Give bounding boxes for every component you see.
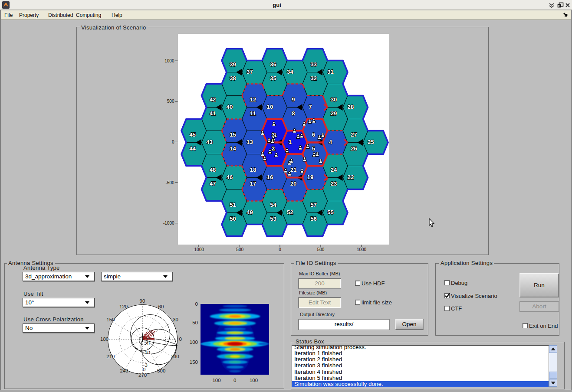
svg-text:17: 17 — [250, 180, 256, 187]
svg-text:6: 6 — [312, 131, 315, 138]
svg-text:-100: -100 — [211, 378, 221, 383]
svg-text:19: 19 — [307, 174, 314, 180]
svg-text:330: 330 — [171, 354, 179, 359]
svg-text:26: 26 — [351, 145, 357, 152]
svg-text:55: 55 — [327, 209, 334, 216]
svg-text:27: 27 — [351, 131, 357, 138]
svg-text:0: 0 — [233, 378, 236, 383]
svg-text:100: 100 — [190, 340, 198, 345]
svg-text:23: 23 — [331, 180, 337, 187]
svg-text:13: 13 — [247, 139, 253, 145]
svg-text:35: 35 — [270, 75, 276, 82]
svg-text:2: 2 — [272, 145, 275, 152]
svg-text:8: 8 — [292, 110, 295, 117]
svg-text:-1000: -1000 — [163, 221, 174, 225]
svg-text:57: 57 — [310, 202, 317, 208]
svg-text:20: 20 — [290, 180, 297, 187]
svg-text:45: 45 — [189, 131, 196, 138]
svg-text:180: 180 — [100, 336, 108, 342]
svg-text:150: 150 — [106, 317, 115, 322]
svg-text:31: 31 — [327, 69, 334, 75]
svg-text:120: 120 — [119, 304, 128, 309]
svg-text:0: 0 — [143, 367, 145, 372]
svg-text:50: 50 — [192, 320, 198, 325]
svg-text:28: 28 — [348, 104, 354, 110]
svg-text:33: 33 — [310, 61, 317, 68]
svg-text:60: 60 — [158, 304, 164, 309]
svg-text:36: 36 — [270, 61, 276, 68]
svg-text:39: 39 — [230, 61, 236, 68]
svg-text:-1000: -1000 — [193, 247, 204, 252]
svg-text:1000: 1000 — [357, 247, 367, 252]
svg-text:15: 15 — [230, 131, 236, 138]
svg-text:-500: -500 — [235, 247, 243, 252]
svg-text:50: 50 — [230, 216, 236, 222]
svg-text:24: 24 — [331, 167, 337, 173]
svg-text:150: 150 — [190, 359, 198, 365]
svg-text:46: 46 — [227, 174, 233, 180]
svg-text:54: 54 — [270, 202, 276, 208]
svg-text:42: 42 — [210, 96, 216, 103]
svg-text:44: 44 — [189, 145, 196, 152]
svg-text:300: 300 — [157, 368, 165, 373]
svg-text:-10: -10 — [143, 350, 150, 355]
svg-text:0: 0 — [179, 336, 181, 342]
svg-text:48: 48 — [210, 167, 216, 173]
svg-text:22: 22 — [348, 174, 354, 180]
svg-text:14: 14 — [230, 145, 236, 152]
svg-text:21: 21 — [290, 167, 297, 173]
svg-text:9: 9 — [292, 96, 295, 103]
svg-text:3: 3 — [272, 131, 275, 138]
svg-text:30: 30 — [173, 317, 178, 322]
svg-text:30: 30 — [331, 96, 337, 103]
svg-text:25: 25 — [368, 139, 374, 145]
svg-text:11: 11 — [250, 110, 256, 117]
svg-text:1: 1 — [289, 139, 292, 145]
svg-text:7: 7 — [309, 104, 312, 110]
svg-text:53: 53 — [270, 216, 276, 222]
svg-text:210: 210 — [106, 354, 115, 359]
svg-text:56: 56 — [310, 216, 317, 222]
svg-text:38: 38 — [230, 75, 236, 82]
svg-text:0: 0 — [195, 301, 198, 307]
svg-text:29: 29 — [331, 110, 337, 117]
svg-text:1000: 1000 — [164, 59, 174, 63]
svg-text:0: 0 — [279, 247, 281, 252]
svg-text:12: 12 — [250, 96, 256, 103]
svg-text:37: 37 — [247, 69, 253, 75]
svg-text:41: 41 — [210, 110, 216, 117]
svg-text:90: 90 — [140, 298, 145, 304]
svg-text:10: 10 — [267, 104, 273, 110]
svg-text:5: 5 — [312, 145, 315, 152]
svg-text:-20: -20 — [143, 341, 150, 346]
svg-text:-500: -500 — [165, 180, 174, 185]
svg-text:100: 100 — [250, 378, 258, 383]
svg-text:0: 0 — [172, 140, 174, 144]
svg-text:500: 500 — [167, 99, 174, 104]
svg-text:4: 4 — [329, 139, 332, 145]
svg-text:47: 47 — [210, 180, 216, 187]
svg-text:270: 270 — [138, 372, 147, 378]
svg-text:34: 34 — [287, 69, 293, 75]
svg-text:43: 43 — [206, 139, 213, 145]
svg-text:16: 16 — [267, 174, 273, 180]
svg-text:240: 240 — [120, 368, 128, 373]
svg-text:49: 49 — [247, 209, 253, 216]
svg-text:500: 500 — [317, 247, 325, 252]
svg-text:18: 18 — [250, 167, 256, 173]
svg-text:40: 40 — [227, 104, 233, 110]
svg-text:52: 52 — [287, 209, 293, 216]
svg-text:51: 51 — [230, 202, 236, 208]
svg-text:32: 32 — [310, 75, 317, 82]
